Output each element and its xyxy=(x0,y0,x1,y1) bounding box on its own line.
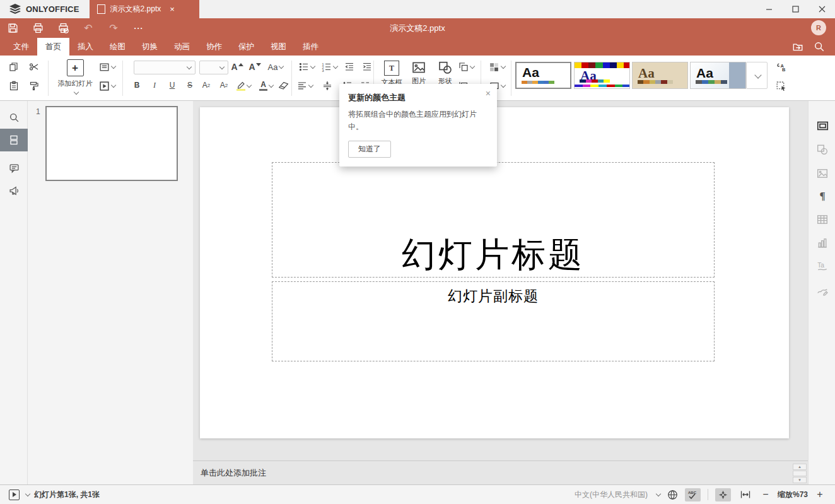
tab-home[interactable]: 首页 xyxy=(37,38,69,56)
comments-icon[interactable] xyxy=(0,158,28,178)
font-size-select[interactable] xyxy=(199,61,228,74)
spellcheck-toggle[interactable]: ABC xyxy=(685,488,701,501)
search-icon[interactable] xyxy=(814,41,825,52)
increase-font-size-button[interactable]: A xyxy=(231,61,243,73)
add-slide-button[interactable]: + 添加幻灯片 xyxy=(57,59,93,97)
theme-swatches xyxy=(580,79,610,83)
horizontal-align-button[interactable] xyxy=(295,79,315,92)
previous-slide-button[interactable]: ▲ xyxy=(793,464,807,470)
subtitle-placeholder[interactable]: 幻灯片副标题 xyxy=(272,281,715,361)
avatar[interactable]: R xyxy=(811,20,826,35)
plus-icon: + xyxy=(67,59,84,76)
clear-style-icon[interactable] xyxy=(277,79,290,92)
insert-shape-button[interactable]: 形状 xyxy=(433,61,458,86)
tab-protection[interactable]: 保护 xyxy=(230,38,262,56)
customize-quick-access-icon[interactable]: ··· xyxy=(126,24,151,33)
numbering-button[interactable]: 123 xyxy=(319,61,339,73)
theme-gallery-more-button[interactable] xyxy=(746,62,768,89)
tab-collaboration[interactable]: 协作 xyxy=(198,38,230,56)
undo-icon[interactable]: ↶ xyxy=(76,22,101,34)
tab-view[interactable]: 视图 xyxy=(262,38,295,56)
window-maximize-button[interactable] xyxy=(782,0,809,18)
insert-textbox-button[interactable]: T 文本框 xyxy=(378,61,405,87)
insert-image-button[interactable]: 图片 xyxy=(406,61,431,86)
notes-bar[interactable]: 单击此处添加批注 xyxy=(193,460,808,484)
textart-settings-icon[interactable]: Ta xyxy=(815,259,829,273)
popup-ok-button[interactable]: 知道了 xyxy=(348,141,391,158)
language-chevron-icon[interactable] xyxy=(656,491,661,496)
table-settings-icon[interactable] xyxy=(815,213,829,226)
select-tool-button[interactable] xyxy=(774,79,787,92)
cut-icon[interactable] xyxy=(28,61,40,73)
fit-slide-button[interactable] xyxy=(715,488,731,501)
increase-indent-icon[interactable] xyxy=(361,61,373,73)
tab-plugins[interactable]: 插件 xyxy=(295,38,327,56)
color-scheme-button[interactable] xyxy=(486,61,508,73)
zoom-out-button[interactable]: − xyxy=(761,489,771,500)
start-slideshow-button[interactable] xyxy=(96,79,119,92)
feedback-icon[interactable] xyxy=(0,180,28,201)
fit-width-button[interactable] xyxy=(738,488,754,501)
zoom-in-button[interactable]: + xyxy=(815,489,825,500)
tab-close-icon[interactable]: × xyxy=(170,4,175,14)
language-select[interactable]: 中文(中华人民共和国) xyxy=(575,489,648,500)
theme-classic[interactable]: Aa xyxy=(632,62,688,89)
slide-settings-icon[interactable] xyxy=(815,119,829,132)
decrease-font-size-button[interactable]: A xyxy=(248,61,261,73)
subscript-button[interactable]: A2 xyxy=(217,78,231,92)
title-placeholder[interactable]: 幻灯片标题 xyxy=(272,162,715,278)
tab-file[interactable]: 文件 xyxy=(5,38,37,56)
theme-blank[interactable]: Aa xyxy=(515,62,571,89)
theme-colorful[interactable]: Aa xyxy=(574,62,630,89)
print-button[interactable] xyxy=(25,23,50,33)
slide-layout-button[interactable] xyxy=(96,61,119,73)
popup-close-icon[interactable]: × xyxy=(486,89,491,98)
right-settings-bar: ¶ Ta xyxy=(808,101,835,484)
slides-panel-icon[interactable] xyxy=(0,129,28,151)
redo-icon[interactable]: ↷ xyxy=(101,22,126,34)
signature-settings-icon[interactable] xyxy=(815,283,829,297)
window-close-button[interactable] xyxy=(809,0,835,18)
slide-thumbnail[interactable] xyxy=(45,106,178,181)
superscript-button[interactable]: A2 xyxy=(199,78,213,92)
tab-transitions[interactable]: 切换 xyxy=(134,38,166,56)
app-logo: ONLYOFFICE xyxy=(0,0,90,18)
italic-button[interactable]: I xyxy=(148,78,161,92)
change-case-button[interactable]: Aa xyxy=(265,61,286,73)
presentation-editor-window: ONLYOFFICE 演示文稿2.pptx × xyxy=(0,0,835,504)
tab-draw[interactable]: 绘图 xyxy=(102,38,134,56)
arrange-shape-button[interactable] xyxy=(455,61,477,73)
find-icon[interactable] xyxy=(0,107,28,127)
shape-settings-icon[interactable] xyxy=(815,143,829,156)
bullets-button[interactable] xyxy=(296,61,317,73)
theme-lines[interactable]: Aa xyxy=(690,62,746,89)
bold-button[interactable]: B xyxy=(130,78,144,92)
status-bar: 幻灯片第1张, 共1张 中文(中华人民共和国) ABC − 缩放%73 + xyxy=(0,484,835,504)
slideshow-options-chevron-icon[interactable] xyxy=(25,491,30,496)
font-color-button[interactable]: A xyxy=(256,79,276,92)
document-tab[interactable]: 演示文稿2.pptx × xyxy=(90,0,199,18)
decrease-indent-icon[interactable] xyxy=(343,61,356,73)
tab-insert[interactable]: 插入 xyxy=(69,38,102,56)
tab-animation[interactable]: 动画 xyxy=(166,38,198,56)
quick-print-button[interactable] xyxy=(50,23,76,33)
copy-style-icon[interactable] xyxy=(28,79,40,92)
window-minimize-button[interactable] xyxy=(756,0,782,18)
next-slide-button[interactable]: ▼ xyxy=(793,477,807,483)
paste-icon[interactable] xyxy=(8,79,20,92)
image-settings-icon[interactable] xyxy=(815,167,829,180)
underline-button[interactable]: U xyxy=(165,78,179,92)
chart-settings-icon[interactable] xyxy=(815,236,829,250)
vertical-align-button[interactable] xyxy=(317,79,337,92)
paragraph-settings-icon[interactable]: ¶ xyxy=(815,189,829,203)
replace-button[interactable]: AB xyxy=(774,61,787,73)
scrollbar-thumb[interactable] xyxy=(793,471,807,476)
font-name-select[interactable] xyxy=(134,61,196,74)
highlight-color-button[interactable] xyxy=(233,79,254,92)
open-file-location-icon[interactable] xyxy=(792,41,803,52)
save-button[interactable] xyxy=(0,23,25,33)
start-slideshow-status-button[interactable] xyxy=(9,489,20,500)
document-language-icon[interactable] xyxy=(667,489,678,500)
strikeout-button[interactable]: S xyxy=(183,78,197,92)
copy-icon[interactable] xyxy=(8,61,20,73)
